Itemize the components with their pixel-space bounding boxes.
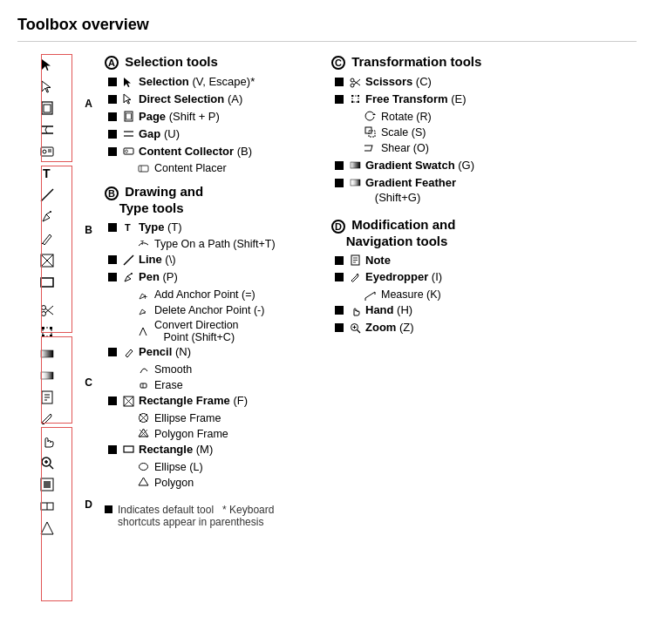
bullet-gap xyxy=(108,130,117,139)
svg-point-72 xyxy=(351,78,354,82)
label-c: C xyxy=(85,376,92,389)
smooth-icon xyxy=(136,363,150,376)
sub-item-content-placer: Content Placer xyxy=(105,161,314,175)
footer-text: Indicates default tool * Keyboard shortc… xyxy=(118,504,314,528)
bullet-type xyxy=(108,223,117,232)
footer-bullet xyxy=(105,505,112,513)
section-box-c xyxy=(41,336,72,424)
type-on-path-icon: T xyxy=(136,237,150,251)
tool-item-selection: Selection (V, Escape)* xyxy=(105,75,314,90)
main-content: A Selection tools Selection (V, Escape)* xyxy=(105,54,637,539)
polygon-frame-label: Polygon Frame xyxy=(154,428,228,440)
svg-rect-78 xyxy=(351,101,353,103)
erase-label: Erase xyxy=(154,379,183,391)
erase-icon xyxy=(136,378,150,392)
tool-item-content-collector: Content Collector (B) xyxy=(105,145,314,159)
footer-note: Indicates default tool * Keyboard shortc… xyxy=(105,504,314,528)
tool-item-eyedropper: Eyedropper (I) xyxy=(331,270,637,285)
selection-icon xyxy=(121,75,135,89)
tool-item-zoom: Zoom (Z) xyxy=(331,321,637,336)
tool-item-gap: Gap (U) xyxy=(105,127,314,142)
svg-rect-49 xyxy=(139,166,148,172)
sub-item-smooth: Smooth xyxy=(105,363,314,376)
section-box-b xyxy=(41,166,72,333)
tool-item-pen: Pen (P) xyxy=(105,270,314,285)
bullet-eyedropper xyxy=(335,273,344,281)
tool-item-scissors: Scissors (C) xyxy=(331,75,637,90)
add-anchor-icon: + xyxy=(136,288,150,302)
free-transform-icon xyxy=(348,92,362,106)
hand-label: Hand (H) xyxy=(365,303,412,318)
section-box-a xyxy=(41,54,72,162)
pen-icon xyxy=(121,270,135,284)
measure-icon xyxy=(363,288,377,302)
smooth-label: Smooth xyxy=(154,363,192,376)
section-header-selection: A Selection tools xyxy=(105,54,314,70)
line-label: Line (\) xyxy=(139,253,176,268)
sub-item-delete-anchor: - Delete Anchor Point (-) xyxy=(105,303,314,317)
gap-icon xyxy=(121,127,135,141)
svg-text:-: - xyxy=(143,308,146,316)
svg-line-53 xyxy=(124,255,133,265)
bullet-gradient-feather xyxy=(335,179,344,187)
letter-circle-d: D xyxy=(331,220,345,234)
content-area: A B C D xyxy=(17,54,637,539)
svg-point-48 xyxy=(125,150,127,153)
content-collector-icon xyxy=(121,145,135,159)
svg-text:+: + xyxy=(143,293,147,301)
svg-marker-70 xyxy=(139,478,148,485)
label-d: D xyxy=(85,498,92,511)
svg-text:T: T xyxy=(125,222,131,233)
svg-point-69 xyxy=(139,464,147,471)
sub-item-polygon-frame: Polygon Frame xyxy=(105,427,314,441)
bullet-zoom xyxy=(335,323,344,332)
bullet-free-transform xyxy=(335,95,344,104)
note-label: Note xyxy=(365,254,391,268)
delete-anchor-icon: - xyxy=(136,303,150,317)
polygon-label: Polygon xyxy=(154,477,194,489)
col-right: C Transformation tools Scissors (C) Free xyxy=(331,54,637,539)
bullet-page xyxy=(108,112,117,121)
direct-selection-icon xyxy=(121,92,135,106)
tool-item-hand: Hand (H) xyxy=(331,303,637,318)
ellipse-frame-label: Ellipse Frame xyxy=(154,412,221,424)
bullet-pencil xyxy=(108,348,117,356)
hand-icon xyxy=(348,303,362,317)
tool-item-pencil: Pencil (N) xyxy=(105,345,314,360)
section-header-modification: D Modification and Navigation tools xyxy=(331,217,637,247)
svg-rect-68 xyxy=(124,446,133,452)
svg-line-90 xyxy=(365,292,375,298)
sub-item-erase: Erase xyxy=(105,378,314,392)
direct-selection-label: Direct Selection (A) xyxy=(139,92,242,107)
section-header-transformation: C Transformation tools xyxy=(331,54,637,70)
svg-text:T: T xyxy=(140,240,145,246)
svg-rect-77 xyxy=(358,95,359,97)
tool-item-rectangle: Rectangle (M) xyxy=(105,443,314,458)
zoom-label: Zoom (Z) xyxy=(365,321,414,336)
section-header-drawing: B Drawing and Type tools xyxy=(105,184,314,214)
gradient-feather-label: Gradient Feather (Shift+G) xyxy=(365,176,456,206)
rotate-icon xyxy=(363,110,377,124)
svg-rect-85 xyxy=(351,180,360,186)
svg-rect-83 xyxy=(364,146,372,151)
bullet-rect-frame xyxy=(108,397,117,405)
bullet-direct-selection xyxy=(108,95,117,104)
rect-frame-icon xyxy=(121,394,135,408)
type-icon: T xyxy=(121,220,135,234)
bullet-scissors xyxy=(335,78,344,86)
eyedropper-icon xyxy=(348,270,362,284)
sub-item-type-on-path: T Type On a Path (Shift+T) xyxy=(105,237,314,251)
pencil-label: Pencil (N) xyxy=(139,345,191,360)
content-collector-label: Content Collector (B) xyxy=(139,145,252,159)
section-box-d xyxy=(41,427,72,601)
pen-label: Pen (P) xyxy=(139,270,178,285)
scale-label: Scale (S) xyxy=(381,126,426,139)
content-placer-icon xyxy=(136,161,150,175)
type-label: Type (T) xyxy=(139,220,182,235)
scissors-icon xyxy=(348,75,362,89)
ellipse-frame-icon xyxy=(136,411,150,425)
page-title: Toolbox overview xyxy=(17,16,637,42)
type-on-path-label: Type On a Path (Shift+T) xyxy=(154,238,276,250)
free-transform-label: Free Transform (E) xyxy=(365,92,467,107)
add-anchor-label: Add Anchor Point (=) xyxy=(154,288,255,301)
